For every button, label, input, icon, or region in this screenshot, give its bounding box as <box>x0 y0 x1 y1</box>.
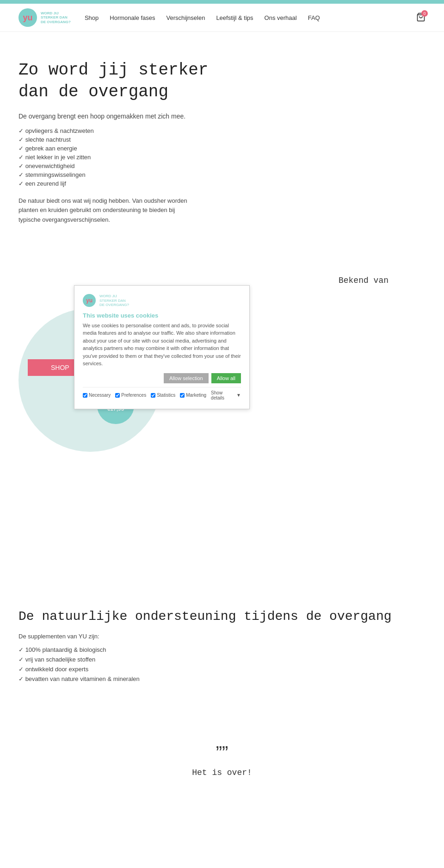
list-item: stemmingswisselingen <box>18 171 426 178</box>
show-details-link[interactable]: Show details ▼ <box>211 390 241 400</box>
logo-yu-text: yu <box>23 13 32 23</box>
hero-intro: De overgang brengt een hoop ongemakken m… <box>18 112 426 120</box>
logo-circle: yu <box>18 8 37 27</box>
cookie-checkboxes: Necessary Preferences Statistics Marketi… <box>83 387 241 400</box>
checkbox-marketing[interactable]: Marketing <box>180 393 206 398</box>
logo-tagline: WORD JIJ STERKER DAN DE OVERGANG? <box>41 11 71 25</box>
quote-mark: ”” <box>18 743 426 763</box>
quote-section: ”” Het is over! <box>0 724 444 796</box>
product-section: Bekend van SHOP Vanaf €17,95 yu WORD JIJ… <box>18 239 426 452</box>
header-top-bar <box>0 0 444 4</box>
cookie-logo-circle: yu <box>83 294 96 307</box>
cookie-body: We use cookies to personalise content an… <box>83 322 241 368</box>
cookie-buttons: Allow selection Allow all <box>83 373 241 383</box>
hero-title: Zo word jij sterker dan de overgang <box>18 60 426 103</box>
list-item: opvliegers & nachtzweten <box>18 127 426 134</box>
supplements-title: De natuurlijke ondersteuning tijdens de … <box>18 609 426 624</box>
list-item: 100% plantaardig & biologisch <box>18 646 426 653</box>
header: yu WORD JIJ STERKER DAN DE OVERGANG? Sho… <box>0 4 444 32</box>
nav-leefstijl[interactable]: Leefstijl & tips <box>216 14 253 21</box>
symptom-list: opvliegers & nachtzweten slechte nachtru… <box>18 127 426 187</box>
product-image-area: Bekend van SHOP Vanaf €17,95 yu WORD JIJ… <box>18 239 426 452</box>
list-item: onevenwichtigheid <box>18 162 426 169</box>
cookie-logo-tagline: WORD JIJ STERKER DAN DE OVERGANG? <box>99 294 129 307</box>
main-content: Zo word jij sterker dan de overgang De o… <box>0 32 444 489</box>
checkbox-preferences[interactable]: Preferences <box>115 393 146 398</box>
spacer-1 <box>0 489 444 581</box>
nav-verschijnselen[interactable]: Verschijnselen <box>166 14 205 21</box>
cookie-logo-yu: yu <box>86 297 92 304</box>
list-item: niet lekker in je vel zitten <box>18 154 426 161</box>
allow-all-button[interactable]: Allow all <box>211 373 241 383</box>
supplements-list: 100% plantaardig & biologisch vrij van s… <box>18 646 426 682</box>
nav-ons-verhaal[interactable]: Ons verhaal <box>265 14 297 21</box>
list-item: gebrek aan energie <box>18 145 426 152</box>
quote-text: Het is over! <box>18 768 426 777</box>
cart-badge: 0 <box>421 10 428 17</box>
supplements-subtitle: De supplementen van YU zijn: <box>18 633 426 640</box>
logo[interactable]: yu WORD JIJ STERKER DAN DE OVERGANG? <box>18 8 71 27</box>
list-item: bevatten van nature vitaminen & minerale… <box>18 675 426 682</box>
cookie-title: This website uses cookies <box>83 312 241 319</box>
nav-hormonal[interactable]: Hormonale fases <box>110 14 155 21</box>
checkbox-necessary[interactable]: Necessary <box>83 393 111 398</box>
hero-body: De natuur biedt ons wat wij nodig hebben… <box>18 196 194 225</box>
product-label: Bekend van <box>339 276 388 285</box>
list-item: ontwikkeld door experts <box>18 666 426 673</box>
checkbox-statistics[interactable]: Statistics <box>151 393 175 398</box>
list-item: vrij van schadelijke stoffen <box>18 656 426 663</box>
cart-icon[interactable]: 0 <box>416 12 426 23</box>
cookie-popup: yu WORD JIJ STERKER DAN DE OVERGANG? Thi… <box>74 285 250 409</box>
allow-selection-button[interactable]: Allow selection <box>164 373 209 383</box>
cookie-logo: yu WORD JIJ STERKER DAN DE OVERGANG? <box>83 294 241 307</box>
nav-faq[interactable]: FAQ <box>308 14 320 21</box>
nav-shop[interactable]: Shop <box>85 14 99 21</box>
list-item: een zeurend lijf <box>18 180 426 187</box>
list-item: slechte nachtrust <box>18 136 426 143</box>
supplements-section: De natuurlijke ondersteuning tijdens de … <box>0 581 444 724</box>
main-nav: Shop Hormonale fases Verschijnselen Leef… <box>85 14 416 21</box>
